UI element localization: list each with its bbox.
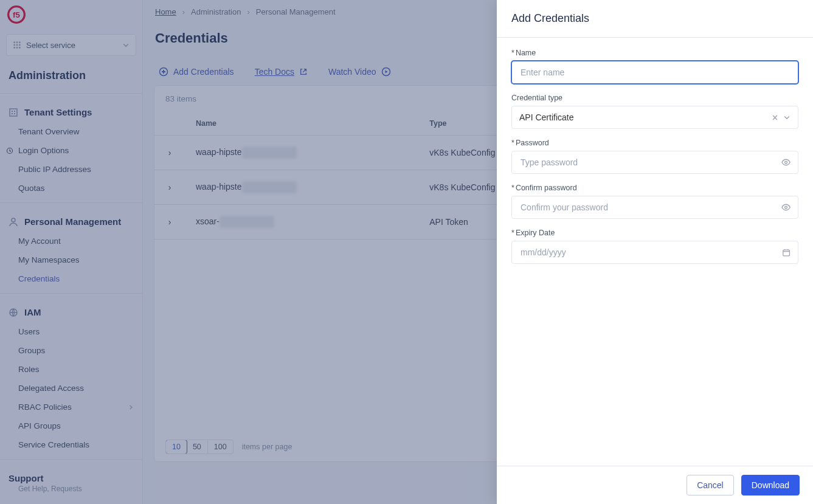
drawer-body: *Name Credential type API Certificate *P… xyxy=(497,38,813,466)
svg-point-22 xyxy=(785,206,787,209)
confirm-password-input[interactable] xyxy=(519,196,777,218)
confirm-password-input-wrapper[interactable] xyxy=(511,196,798,219)
expiry-label: *Expiry Date xyxy=(511,229,798,237)
credential-type-select[interactable]: API Certificate xyxy=(511,106,798,129)
password-input-wrapper[interactable] xyxy=(511,151,798,174)
name-input[interactable] xyxy=(519,61,791,83)
expiry-input[interactable] xyxy=(519,241,777,263)
drawer-footer: Cancel Download xyxy=(497,466,813,504)
name-label: *Name xyxy=(511,49,798,57)
add-credentials-drawer: Add Credentials *Name Credential type AP… xyxy=(497,0,813,504)
chevron-down-icon[interactable] xyxy=(783,114,791,121)
eye-icon[interactable] xyxy=(781,202,791,212)
clear-icon[interactable] xyxy=(772,114,778,121)
confirm-password-label: *Confirm password xyxy=(511,184,798,192)
credential-type-value: API Certificate xyxy=(519,112,573,122)
calendar-icon[interactable] xyxy=(782,248,791,257)
expiry-input-wrapper[interactable] xyxy=(511,241,798,264)
drawer-title: Add Credentials xyxy=(497,0,813,38)
svg-point-21 xyxy=(785,161,787,164)
type-label: Credential type xyxy=(511,94,798,102)
cancel-button[interactable]: Cancel xyxy=(687,475,734,495)
password-input[interactable] xyxy=(519,151,777,173)
svg-rect-23 xyxy=(783,250,790,256)
eye-icon[interactable] xyxy=(781,157,791,167)
name-input-wrapper[interactable] xyxy=(511,61,798,84)
download-button[interactable]: Download xyxy=(741,475,800,495)
password-label: *Password xyxy=(511,139,798,147)
